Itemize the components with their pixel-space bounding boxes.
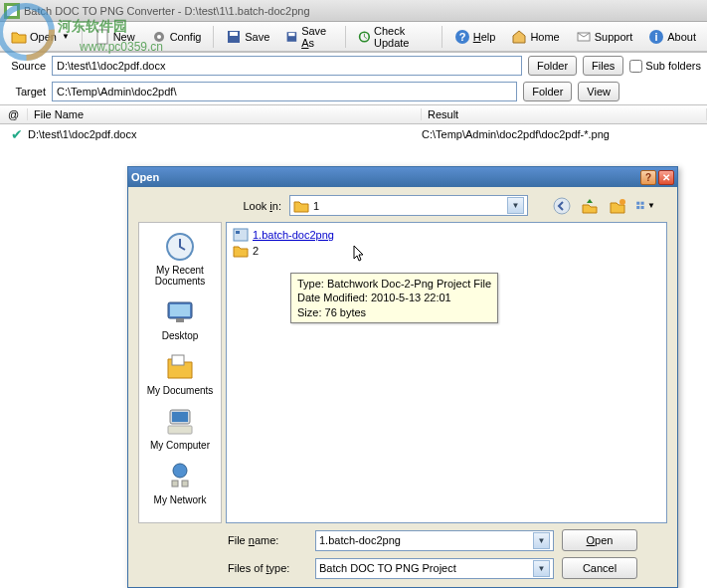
svg-rect-29 <box>172 412 188 422</box>
svg-rect-1 <box>7 6 17 16</box>
chevron-down-icon[interactable]: ▼ <box>507 197 524 214</box>
svg-rect-32 <box>172 481 178 487</box>
source-folder-button[interactable]: Folder <box>528 56 577 76</box>
svg-rect-27 <box>172 355 184 365</box>
home-button[interactable]: Home <box>504 26 566 48</box>
svg-rect-4 <box>97 30 107 44</box>
target-folder-button[interactable]: Folder <box>523 82 572 101</box>
window-title: Batch DOC TO PNG Converter - D:\test\1\1… <box>24 5 310 17</box>
lookin-label: Look in: <box>212 200 281 212</box>
window-titlebar: Batch DOC TO PNG Converter - D:\test\1\1… <box>0 0 707 22</box>
filename-combo[interactable]: 1.batch-doc2png▼ <box>315 530 554 551</box>
place-mydocuments[interactable]: My Documents <box>145 349 216 398</box>
chevron-down-icon[interactable]: ▼ <box>533 532 550 549</box>
svg-rect-34 <box>234 229 248 241</box>
place-recent-label: My Recent Documents <box>143 265 217 287</box>
separator <box>213 26 214 48</box>
target-label: Target <box>6 86 46 98</box>
source-input[interactable] <box>52 56 522 76</box>
help-button[interactable]: ?Help <box>447 26 503 48</box>
place-recent[interactable]: My Recent Documents <box>141 229 219 289</box>
svg-rect-19 <box>636 201 639 204</box>
file-item-2[interactable]: 2 <box>231 243 662 259</box>
dialog-title: Open <box>131 171 159 183</box>
tooltip-size: Size: 76 bytes <box>297 305 491 319</box>
view-menu-button[interactable]: ▼ <box>635 196 655 216</box>
place-mycomputer[interactable]: My Computer <box>148 404 212 453</box>
dialog-titlebar[interactable]: Open ? ✕ <box>128 167 677 187</box>
file-item-2-name: 2 <box>253 245 259 257</box>
svg-rect-30 <box>168 426 192 434</box>
svg-rect-33 <box>182 481 188 487</box>
row-filename: D:\test\1\doc2pdf.docx <box>28 128 422 140</box>
config-button[interactable]: Config <box>144 26 209 48</box>
place-mycomp-label: My Computer <box>150 440 210 451</box>
col-result[interactable]: Result <box>422 108 707 120</box>
file-tooltip: Type: Batchwork Doc-2-Png Project File D… <box>290 273 498 323</box>
lookin-combo[interactable]: 1 ▼ <box>289 195 528 216</box>
list-row[interactable]: ✔ D:\test\1\doc2pdf.docx C:\Temp\Admin\d… <box>0 124 707 144</box>
documents-icon <box>164 351 196 383</box>
separator <box>345 26 346 48</box>
file-item-1[interactable]: 1.batch-doc2png <box>231 227 662 243</box>
open-button[interactable]: Open▼ <box>4 26 77 48</box>
target-input[interactable] <box>52 82 517 101</box>
network-icon <box>164 461 196 492</box>
target-row: Target Folder View <box>0 79 707 104</box>
project-file-icon <box>233 228 249 242</box>
subfolders-input[interactable] <box>629 60 642 73</box>
source-row: Source Folder Files Sub folders <box>0 53 707 79</box>
home-icon <box>511 29 527 45</box>
new-button[interactable]: New <box>88 26 142 48</box>
places-bar: My Recent Documents Desktop My Documents… <box>138 222 222 523</box>
config-label: Config <box>170 31 202 43</box>
saveas-button[interactable]: Save As <box>278 22 340 52</box>
support-icon <box>576 29 592 45</box>
chevron-down-icon[interactable]: ▼ <box>533 560 550 577</box>
save-icon <box>226 29 242 45</box>
about-button[interactable]: iAbout <box>641 26 703 48</box>
new-folder-button[interactable] <box>608 196 627 216</box>
file-item-1-name: 1.batch-doc2png <box>253 229 334 241</box>
svg-rect-25 <box>170 304 190 316</box>
up-button[interactable] <box>580 196 600 216</box>
svg-point-17 <box>554 198 570 214</box>
file-list-pane[interactable]: 1.batch-doc2png 2 Type: Batchwork Doc-2-… <box>226 222 667 523</box>
check-icon: ✔ <box>6 126 28 142</box>
filename-value: 1.batch-doc2png <box>319 534 401 546</box>
filetype-label: Files of type: <box>228 562 307 574</box>
tooltip-type: Type: Batchwork Doc-2-Png Project File <box>297 277 491 291</box>
save-button[interactable]: Save <box>219 26 276 48</box>
source-label: Source <box>6 60 46 72</box>
dialog-close-button[interactable]: ✕ <box>658 170 674 185</box>
target-view-button[interactable]: View <box>578 82 619 101</box>
help-icon: ? <box>454 29 470 45</box>
tooltip-date: Date Modified: 2010-5-13 22:01 <box>297 291 491 304</box>
svg-point-18 <box>619 199 625 205</box>
support-button[interactable]: Support <box>569 26 640 48</box>
gear-icon <box>151 29 167 45</box>
place-mynetwork[interactable]: My Network <box>152 459 209 507</box>
home-label: Home <box>530 31 559 43</box>
new-doc-icon <box>94 29 110 45</box>
dialog-open-button[interactable]: Open <box>562 529 637 551</box>
back-button[interactable] <box>552 196 572 216</box>
dialog-cancel-button[interactable]: Cancel <box>562 557 637 579</box>
col-filename[interactable]: File Name <box>28 108 422 120</box>
saveas-label: Save As <box>301 25 333 49</box>
dialog-help-button[interactable]: ? <box>640 170 656 185</box>
list-header: @ File Name Result <box>0 104 707 124</box>
about-label: About <box>667 31 696 43</box>
check-label: Check Update <box>374 25 430 49</box>
row-result: C:\Temp\Admin\doc2pdf\doc2pdf-*.png <box>422 128 610 140</box>
col-status[interactable]: @ <box>0 108 28 120</box>
subfolders-checkbox[interactable]: Sub folders <box>629 60 701 73</box>
filetype-value: Batch DOC TO PNG Project <box>319 562 456 574</box>
lookin-value: 1 <box>313 200 319 212</box>
computer-icon <box>164 406 196 438</box>
check-update-button[interactable]: Check Update <box>351 22 437 52</box>
filetype-combo[interactable]: Batch DOC TO PNG Project▼ <box>315 558 554 579</box>
separator <box>82 26 83 48</box>
place-desktop[interactable]: Desktop <box>160 294 201 343</box>
source-files-button[interactable]: Files <box>583 56 623 76</box>
